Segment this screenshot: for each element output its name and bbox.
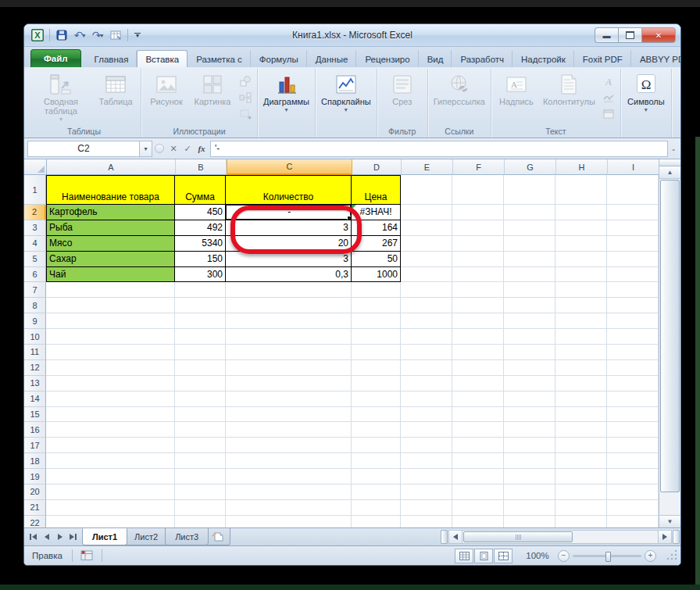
row-header-8[interactable]: 8 [24,298,46,313]
row-header-20[interactable]: 20 [24,485,46,500]
cell-A18[interactable] [46,453,175,469]
column-header-A[interactable]: A [47,159,176,175]
cell-D8[interactable] [352,298,401,313]
row-header-5[interactable]: 5 [24,252,46,267]
textbox-button[interactable]: AНадпись [494,70,539,126]
cell-F21[interactable] [452,500,504,516]
cell-B13[interactable] [175,376,226,392]
screenshot-icon[interactable] [238,107,253,121]
cell-E10[interactable] [401,329,452,345]
cell-E5[interactable] [401,252,452,267]
horizontal-scroll-track[interactable] [462,530,658,544]
cell-C13[interactable] [226,376,352,392]
formula-bar-expand-icon[interactable]: ⌄ [668,145,679,152]
cell-A7[interactable] [46,282,175,298]
first-sheet-icon[interactable] [27,531,39,543]
cell-H20[interactable] [555,485,607,500]
cell-E11[interactable] [401,345,452,360]
cell-H22[interactable] [555,516,607,527]
cell-C4[interactable]: 20 [226,236,352,252]
tab-splitter[interactable] [441,530,448,544]
cell-B7[interactable] [175,282,226,298]
cell-E1[interactable] [401,175,452,205]
cell-F17[interactable] [452,438,504,453]
cell-C9[interactable] [226,313,352,329]
cell-B5[interactable]: 150 [175,252,226,267]
cell-I8[interactable] [607,298,659,313]
cell-F1[interactable] [452,175,504,205]
cell-G2[interactable] [504,205,555,220]
zoom-level[interactable]: 100% [520,551,555,560]
close-button[interactable]: ✕ [641,27,676,43]
cell-H21[interactable] [555,500,607,516]
cell-D9[interactable] [352,313,401,329]
vertical-scrollbar[interactable]: ▲ ▼ [659,159,680,527]
cell-H11[interactable] [555,345,607,360]
tab-3[interactable]: Формулы [251,50,307,67]
cell-A10[interactable] [46,329,175,345]
cell-B1[interactable]: Сумма [175,175,226,205]
cell-C21[interactable] [226,500,352,516]
cell-F5[interactable] [452,252,504,267]
page-layout-view-icon[interactable] [474,549,493,563]
cell-B16[interactable] [175,422,226,438]
cell-I15[interactable] [607,407,659,423]
cell-E13[interactable] [401,376,452,392]
row-header-19[interactable]: 19 [24,469,46,485]
row-header-18[interactable]: 18 [24,453,46,469]
cell-F6[interactable] [452,267,504,283]
cell-B11[interactable] [175,345,226,360]
cell-C18[interactable] [226,453,352,469]
row-header-12[interactable]: 12 [24,360,46,376]
cell-H1[interactable] [555,175,607,205]
zoom-handle[interactable] [605,552,611,562]
sheet-tab-1[interactable]: Лист1 [82,528,127,545]
minimize-button[interactable]: ▬ [595,27,618,43]
cell-I18[interactable] [607,453,659,469]
cell-E2[interactable] [401,205,452,220]
cell-I19[interactable] [607,469,659,485]
row-header-2[interactable]: 2 [24,205,46,220]
cell-B6[interactable]: 300 [175,267,226,283]
cell-A19[interactable] [46,469,175,485]
cell-I22[interactable] [607,516,659,527]
cell-G18[interactable] [504,453,555,469]
scroll-up-icon[interactable]: ▲ [659,166,680,179]
cell-D21[interactable] [352,500,401,516]
cell-I6[interactable] [607,267,659,283]
sheet-tab-2[interactable]: Лист2 [124,528,168,545]
cell-A13[interactable] [46,376,175,392]
cell-B19[interactable] [175,469,226,485]
cell-I9[interactable] [607,313,659,329]
cell-D10[interactable] [352,329,401,345]
cell-B8[interactable] [175,298,226,313]
cell-D11[interactable] [352,345,401,360]
row-header-13[interactable]: 13 [24,376,46,392]
cell-E15[interactable] [401,407,452,423]
cell-D3[interactable]: 164 [352,220,401,236]
cell-G8[interactable] [504,298,555,313]
cell-H13[interactable] [555,376,607,392]
cell-G3[interactable] [504,220,555,236]
tab-6[interactable]: Вид [419,50,452,67]
cell-A3[interactable]: Рыба [46,220,175,236]
cell-C19[interactable] [226,469,352,485]
cell-H7[interactable] [555,282,607,298]
row-header-4[interactable]: 4 [24,236,46,252]
cell-E6[interactable] [401,267,452,283]
cell-E16[interactable] [401,422,452,438]
cell-B3[interactable]: 492 [175,220,226,236]
cell-B10[interactable] [175,329,226,345]
cell-I12[interactable] [607,360,659,376]
cell-C6[interactable]: 0,3 [226,267,352,283]
cell-E19[interactable] [401,469,452,485]
cell-D22[interactable] [352,516,401,527]
cell-D1[interactable]: Цена [352,175,401,205]
cell-I4[interactable] [607,236,659,252]
row-header-11[interactable]: 11 [24,345,46,360]
cell-B17[interactable] [175,438,226,453]
cell-A6[interactable]: Чай [46,267,175,283]
cell-I10[interactable] [607,329,659,345]
cell-F19[interactable] [452,469,504,485]
cell-D19[interactable] [352,469,401,485]
